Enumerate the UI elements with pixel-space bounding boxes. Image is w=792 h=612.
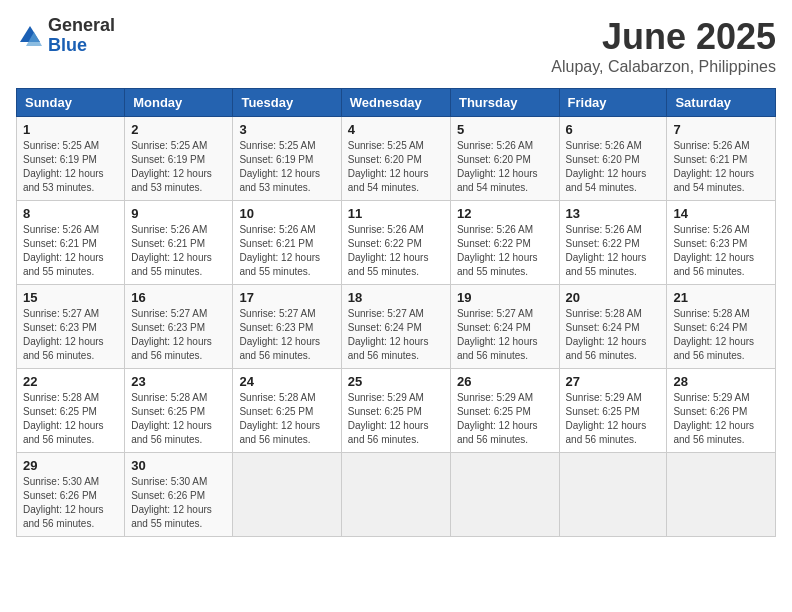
day-number: 20 [566,290,661,305]
header: General Blue June 2025 Alupay, Calabarzo… [16,16,776,76]
day-number: 28 [673,374,769,389]
day-number: 22 [23,374,118,389]
day-number: 10 [239,206,334,221]
day-info: Sunrise: 5:29 AMSunset: 6:25 PMDaylight:… [566,391,661,447]
table-row [559,453,667,537]
logo-general: General [48,16,115,36]
table-row: 14Sunrise: 5:26 AMSunset: 6:23 PMDayligh… [667,201,776,285]
title-area: June 2025 Alupay, Calabarzon, Philippine… [551,16,776,76]
day-number: 25 [348,374,444,389]
day-number: 30 [131,458,226,473]
day-number: 18 [348,290,444,305]
day-info: Sunrise: 5:26 AMSunset: 6:21 PMDaylight:… [131,223,226,279]
day-info: Sunrise: 5:28 AMSunset: 6:25 PMDaylight:… [23,391,118,447]
day-info: Sunrise: 5:29 AMSunset: 6:25 PMDaylight:… [457,391,553,447]
day-info: Sunrise: 5:26 AMSunset: 6:22 PMDaylight:… [348,223,444,279]
day-number: 14 [673,206,769,221]
day-number: 9 [131,206,226,221]
day-info: Sunrise: 5:30 AMSunset: 6:26 PMDaylight:… [23,475,118,531]
day-info: Sunrise: 5:26 AMSunset: 6:21 PMDaylight:… [23,223,118,279]
table-row: 1Sunrise: 5:25 AMSunset: 6:19 PMDaylight… [17,117,125,201]
day-info: Sunrise: 5:26 AMSunset: 6:21 PMDaylight:… [239,223,334,279]
day-number: 1 [23,122,118,137]
table-row: 16Sunrise: 5:27 AMSunset: 6:23 PMDayligh… [125,285,233,369]
table-row: 2Sunrise: 5:25 AMSunset: 6:19 PMDaylight… [125,117,233,201]
col-saturday: Saturday [667,89,776,117]
day-number: 19 [457,290,553,305]
day-info: Sunrise: 5:29 AMSunset: 6:26 PMDaylight:… [673,391,769,447]
table-row: 18Sunrise: 5:27 AMSunset: 6:24 PMDayligh… [341,285,450,369]
day-info: Sunrise: 5:25 AMSunset: 6:19 PMDaylight:… [131,139,226,195]
table-row [233,453,341,537]
day-number: 23 [131,374,226,389]
day-info: Sunrise: 5:26 AMSunset: 6:22 PMDaylight:… [457,223,553,279]
day-number: 7 [673,122,769,137]
table-row: 23Sunrise: 5:28 AMSunset: 6:25 PMDayligh… [125,369,233,453]
table-row: 25Sunrise: 5:29 AMSunset: 6:25 PMDayligh… [341,369,450,453]
day-number: 13 [566,206,661,221]
table-row: 22Sunrise: 5:28 AMSunset: 6:25 PMDayligh… [17,369,125,453]
day-number: 11 [348,206,444,221]
table-row: 29Sunrise: 5:30 AMSunset: 6:26 PMDayligh… [17,453,125,537]
table-row [667,453,776,537]
month-title: June 2025 [551,16,776,58]
day-number: 15 [23,290,118,305]
day-info: Sunrise: 5:29 AMSunset: 6:25 PMDaylight:… [348,391,444,447]
day-number: 5 [457,122,553,137]
day-number: 2 [131,122,226,137]
calendar-row: 8Sunrise: 5:26 AMSunset: 6:21 PMDaylight… [17,201,776,285]
table-row: 20Sunrise: 5:28 AMSunset: 6:24 PMDayligh… [559,285,667,369]
col-wednesday: Wednesday [341,89,450,117]
day-info: Sunrise: 5:28 AMSunset: 6:24 PMDaylight:… [673,307,769,363]
day-info: Sunrise: 5:26 AMSunset: 6:20 PMDaylight:… [566,139,661,195]
day-number: 21 [673,290,769,305]
col-tuesday: Tuesday [233,89,341,117]
table-row: 11Sunrise: 5:26 AMSunset: 6:22 PMDayligh… [341,201,450,285]
table-row [341,453,450,537]
logo-text: General Blue [48,16,115,56]
day-info: Sunrise: 5:27 AMSunset: 6:23 PMDaylight:… [239,307,334,363]
table-row: 12Sunrise: 5:26 AMSunset: 6:22 PMDayligh… [450,201,559,285]
table-row: 4Sunrise: 5:25 AMSunset: 6:20 PMDaylight… [341,117,450,201]
calendar-row: 29Sunrise: 5:30 AMSunset: 6:26 PMDayligh… [17,453,776,537]
table-row: 15Sunrise: 5:27 AMSunset: 6:23 PMDayligh… [17,285,125,369]
day-info: Sunrise: 5:25 AMSunset: 6:19 PMDaylight:… [23,139,118,195]
day-info: Sunrise: 5:27 AMSunset: 6:23 PMDaylight:… [131,307,226,363]
table-row: 10Sunrise: 5:26 AMSunset: 6:21 PMDayligh… [233,201,341,285]
table-row: 8Sunrise: 5:26 AMSunset: 6:21 PMDaylight… [17,201,125,285]
col-friday: Friday [559,89,667,117]
day-number: 16 [131,290,226,305]
col-monday: Monday [125,89,233,117]
table-row: 7Sunrise: 5:26 AMSunset: 6:21 PMDaylight… [667,117,776,201]
day-info: Sunrise: 5:25 AMSunset: 6:19 PMDaylight:… [239,139,334,195]
table-row: 13Sunrise: 5:26 AMSunset: 6:22 PMDayligh… [559,201,667,285]
calendar-row: 15Sunrise: 5:27 AMSunset: 6:23 PMDayligh… [17,285,776,369]
day-info: Sunrise: 5:28 AMSunset: 6:25 PMDaylight:… [131,391,226,447]
day-number: 17 [239,290,334,305]
calendar-row: 22Sunrise: 5:28 AMSunset: 6:25 PMDayligh… [17,369,776,453]
table-row: 21Sunrise: 5:28 AMSunset: 6:24 PMDayligh… [667,285,776,369]
col-thursday: Thursday [450,89,559,117]
day-number: 24 [239,374,334,389]
table-row: 26Sunrise: 5:29 AMSunset: 6:25 PMDayligh… [450,369,559,453]
logo-icon [16,22,44,50]
location-title: Alupay, Calabarzon, Philippines [551,58,776,76]
logo-blue: Blue [48,36,115,56]
col-sunday: Sunday [17,89,125,117]
table-row: 17Sunrise: 5:27 AMSunset: 6:23 PMDayligh… [233,285,341,369]
table-row: 27Sunrise: 5:29 AMSunset: 6:25 PMDayligh… [559,369,667,453]
day-number: 26 [457,374,553,389]
day-info: Sunrise: 5:27 AMSunset: 6:23 PMDaylight:… [23,307,118,363]
table-row [450,453,559,537]
day-info: Sunrise: 5:26 AMSunset: 6:20 PMDaylight:… [457,139,553,195]
day-info: Sunrise: 5:26 AMSunset: 6:22 PMDaylight:… [566,223,661,279]
calendar-row: 1Sunrise: 5:25 AMSunset: 6:19 PMDaylight… [17,117,776,201]
day-number: 8 [23,206,118,221]
table-row: 6Sunrise: 5:26 AMSunset: 6:20 PMDaylight… [559,117,667,201]
day-info: Sunrise: 5:25 AMSunset: 6:20 PMDaylight:… [348,139,444,195]
logo: General Blue [16,16,115,56]
day-number: 29 [23,458,118,473]
table-row: 3Sunrise: 5:25 AMSunset: 6:19 PMDaylight… [233,117,341,201]
day-info: Sunrise: 5:26 AMSunset: 6:23 PMDaylight:… [673,223,769,279]
day-info: Sunrise: 5:26 AMSunset: 6:21 PMDaylight:… [673,139,769,195]
